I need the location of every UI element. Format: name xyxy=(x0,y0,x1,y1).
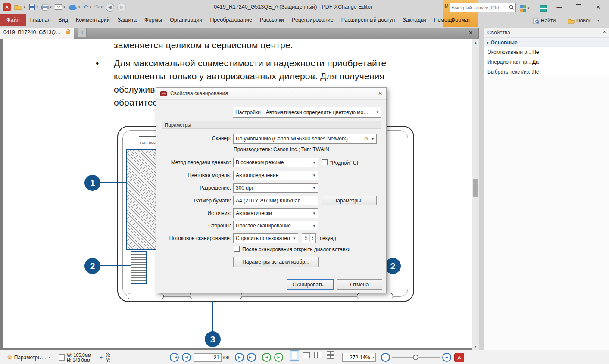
vertical-scrollbar[interactable]: ▲ ▼ xyxy=(472,39,479,350)
tab-view[interactable]: Вид xyxy=(54,14,72,26)
view-back-button[interactable]: ◀ xyxy=(262,350,271,364)
dialog-title-bar[interactable]: Свойства сканирования ✕ xyxy=(156,88,386,100)
property-row[interactable]: Выбрать текст/из... Нет xyxy=(484,67,609,77)
scroll-up-icon[interactable]: ▲ xyxy=(472,39,479,46)
tab-convert[interactable]: Преобразование xyxy=(206,14,256,26)
scan-button[interactable]: Сканировать... xyxy=(287,279,334,290)
document-text-line: компоненты только у авторизованных дилер… xyxy=(114,71,384,81)
paper-size-field[interactable]: A4 (210 x 297 мм) Книжная xyxy=(233,196,318,205)
seconds-spinner[interactable]: 5 ▲▼ xyxy=(302,233,316,243)
adobe-pdf-button[interactable] xyxy=(454,350,464,364)
native-ui-checkbox[interactable] xyxy=(322,159,328,165)
undo-button[interactable]: ↶▾ xyxy=(83,2,91,12)
fit-width-button[interactable] xyxy=(302,350,310,360)
properties-panel-title: Свойства xyxy=(487,30,510,36)
close-panel-button[interactable]: ✕ xyxy=(603,29,606,35)
tab-accessibility[interactable]: Расширенный доступ xyxy=(337,14,399,26)
scanner-dropdown[interactable]: По умолчанию (Canon MG6300 series Networ… xyxy=(233,134,377,144)
tab-format[interactable]: Формат xyxy=(444,14,478,26)
panel-splitter[interactable] xyxy=(479,28,484,350)
scrollbar-thumb[interactable] xyxy=(473,179,478,197)
quick-launch-input[interactable] xyxy=(450,5,509,10)
email-button[interactable]: ▾ xyxy=(55,2,66,12)
property-row[interactable]: Инерционная пр... Да xyxy=(484,57,609,67)
tab-comment[interactable]: Комментарий xyxy=(72,14,114,26)
find-button[interactable]: Найти... xyxy=(533,16,560,25)
tab-forms[interactable]: Формы xyxy=(141,14,166,26)
status-params-button[interactable]: ⚙ Параметры... ▾ xyxy=(7,350,50,364)
last-page-button[interactable]: ▶❘ xyxy=(247,350,256,364)
chevron-down-icon: ▼ xyxy=(371,134,375,143)
undo-icon: ↶ xyxy=(83,4,89,10)
feeder-dropdown[interactable]: Спросить пользователя▼ xyxy=(233,233,298,243)
open-file-button[interactable]: ▾ xyxy=(14,2,25,12)
column-divider xyxy=(530,67,530,77)
next-page-button[interactable]: ▶ xyxy=(235,350,244,364)
redo-button[interactable]: ↷▾ xyxy=(94,2,103,12)
single-page-view-button[interactable] xyxy=(290,350,299,361)
close-dialog-button[interactable]: ✕ xyxy=(378,90,382,96)
close-window-button[interactable]: ✕ xyxy=(592,2,605,12)
cancel-button[interactable]: Отмена xyxy=(337,279,382,290)
plus-icon: + xyxy=(445,355,448,361)
zoom-slider[interactable] xyxy=(392,350,440,364)
zoom-combo[interactable]: 272,14%▾ xyxy=(342,350,376,364)
paper-params-button[interactable]: Параметры... xyxy=(322,196,377,205)
minus-icon: – xyxy=(384,355,387,361)
color-model-dropdown[interactable]: Автоопределение▼ xyxy=(233,171,318,180)
slider-handle[interactable] xyxy=(413,355,418,360)
tab-bookmarks[interactable]: Закладки xyxy=(399,14,430,26)
page-number-input[interactable] xyxy=(194,353,222,362)
resolution-dropdown[interactable]: 300 dpi▼ xyxy=(233,183,318,193)
transfer-dropdown[interactable]: В основном режиме▼ xyxy=(233,158,318,167)
tab-mailings[interactable]: Рассылки xyxy=(256,14,288,26)
tab-file[interactable]: Файл xyxy=(0,14,26,26)
maximize-button[interactable] xyxy=(572,2,585,12)
workspace-button[interactable]: ▾ xyxy=(519,3,530,13)
after-scan-checkbox[interactable] xyxy=(234,246,240,252)
callout-line xyxy=(100,182,126,183)
chevron-down-icon: ▼ xyxy=(312,209,316,218)
panels-button[interactable] xyxy=(540,3,547,13)
search-button[interactable]: Поиск...▾ xyxy=(568,16,599,25)
two-page-view-button[interactable] xyxy=(314,350,322,360)
close-document-button[interactable]: ✕ xyxy=(465,28,476,38)
first-page-button[interactable]: ❘◀ xyxy=(170,350,179,364)
scan-dialog-icon xyxy=(160,90,167,97)
zoom-in-button[interactable]: + xyxy=(442,350,451,364)
property-value[interactable]: Нет xyxy=(532,69,541,75)
view-forward-button[interactable]: ▶ xyxy=(274,350,283,364)
print-button[interactable]: ▾ xyxy=(41,2,52,12)
cloud-button[interactable]: ▾ xyxy=(68,2,80,12)
tab-review[interactable]: Рецензирование xyxy=(288,14,337,26)
scroll-down-icon[interactable]: ▼ xyxy=(472,343,479,350)
chevron-down-icon: ▼ xyxy=(312,221,316,230)
page-number-box[interactable]: /96 xyxy=(194,350,229,364)
zoom-out-button[interactable]: – xyxy=(381,350,390,364)
presets-dropdown[interactable]: Настройки Автоматически определить цвето… xyxy=(233,107,381,118)
save-button[interactable]: ▾ xyxy=(28,2,38,12)
spinner-arrows-icon[interactable]: ▲▼ xyxy=(309,234,315,242)
close-icon: ✕ xyxy=(468,29,473,36)
property-label: Эксклюзивный р... xyxy=(487,49,531,55)
prev-page-icon: ◀ xyxy=(185,355,187,359)
new-tab-button[interactable]: + xyxy=(78,28,87,37)
sides-dropdown[interactable]: Простое сканирование▼ xyxy=(233,221,318,230)
source-dropdown[interactable]: Автоматически▼ xyxy=(233,208,318,218)
source-label: Источник: xyxy=(161,210,231,216)
history-forward-button[interactable]: ▶ xyxy=(117,3,126,12)
properties-section-basic[interactable]: ▾ Основные xyxy=(484,38,609,47)
chevron-down-icon: ▼ xyxy=(312,158,316,167)
quick-launch-box[interactable] xyxy=(450,3,516,12)
previous-page-button[interactable]: ◀ xyxy=(182,350,191,364)
history-back-button[interactable]: ◀ xyxy=(106,3,114,12)
grid-view-button[interactable] xyxy=(326,350,334,360)
tab-home[interactable]: Главная xyxy=(26,14,55,26)
property-value[interactable]: Да xyxy=(532,59,539,65)
tab-protect[interactable]: Защита xyxy=(114,14,141,26)
minimize-button[interactable]: — xyxy=(553,2,566,12)
property-row[interactable]: Эксклюзивный р... Нет xyxy=(484,47,609,57)
insert-params-button[interactable]: Параметры вставки изобр... xyxy=(233,257,319,267)
property-value[interactable]: Нет xyxy=(532,49,541,55)
tab-organize[interactable]: Организация xyxy=(166,14,206,26)
